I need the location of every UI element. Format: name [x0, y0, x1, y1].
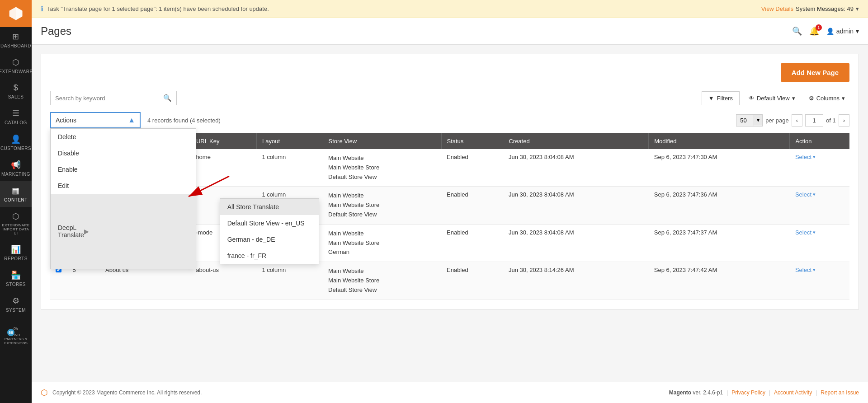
select-caret-icon: ▾ [813, 192, 816, 197]
notification-badge: 1 [816, 24, 822, 31]
submenu-default-store[interactable]: Default Store View - en_US [220, 215, 319, 231]
select-link[interactable]: Select [795, 229, 811, 236]
content-inner: Add New Page 🔍 ▼ Filters 👁 [41, 54, 859, 309]
records-count: 4 records found (4 selected) [147, 117, 221, 124]
default-view-label: Default View [757, 95, 790, 102]
add-new-page-button[interactable]: Add New Page [781, 63, 849, 82]
filters-label: Filters [717, 95, 733, 102]
prev-page-button[interactable]: ‹ [792, 114, 802, 127]
sidebar-item-extendware[interactable]: ⬡ EXTENDWARE [0, 53, 32, 79]
privacy-policy-link[interactable]: Privacy Policy [731, 389, 765, 396]
search-icon[interactable]: 🔍 [792, 26, 802, 36]
sidebar-item-customers[interactable]: 👤 CUSTOMERS [0, 130, 32, 155]
select-link[interactable]: Select [795, 267, 811, 273]
default-view-button[interactable]: 👁 Default View ▾ [744, 92, 800, 105]
view-details-link[interactable]: View Details [761, 5, 793, 12]
system-messages-link[interactable]: System Messages: 49 [796, 5, 854, 12]
row-action-select[interactable]: Select ▾ [795, 191, 816, 198]
sidebar-item-content[interactable]: ▦ CONTENT [0, 181, 32, 207]
footer-version: Magento ver. 2.4.6-p1 [669, 389, 723, 396]
all-store-label: All Store Translate [227, 203, 279, 211]
submenu-all-store[interactable]: All Store Translate [220, 199, 319, 215]
select-caret-icon: ▾ [813, 267, 816, 273]
actions-disable[interactable]: Disable [51, 145, 196, 161]
row-modified-cell: Sep 6, 2023 7:47:37 AM [649, 224, 790, 262]
sidebar-item-dashboard[interactable]: ⊞ DASHBOARD [0, 27, 32, 53]
page-of-label: of 1 [826, 117, 836, 124]
catalog-icon: ☰ [12, 108, 20, 118]
content-area: Add New Page 🔍 ▼ Filters 👁 [32, 45, 868, 382]
report-issue-link[interactable]: Report an Issue [821, 389, 859, 396]
filters-button[interactable]: ▼ Filters [702, 91, 740, 105]
notification-right: View Details System Messages: 49 ▾ [761, 5, 859, 12]
footer-left: ⬡ Copyright © 2023 Magento Commerce Inc.… [41, 388, 202, 398]
admin-user-menu[interactable]: 👤 admin ▾ [826, 28, 859, 35]
sidebar-item-label: EXTENDWARE IMPORT DATA UI [2, 223, 29, 235]
view-dropdown-icon: ▾ [792, 95, 795, 102]
sidebar-item-label: EXTENDWARE [0, 69, 32, 74]
sidebar-item-label: MARKETING [1, 172, 30, 177]
eye-icon: 👁 [749, 95, 755, 102]
actions-delete[interactable]: Delete [51, 129, 196, 145]
sidebar-item-label: CONTENT [4, 197, 28, 202]
row-action-select[interactable]: Select ▾ [795, 229, 816, 236]
actions-deepl[interactable]: DeepL Translate ▶ [51, 194, 196, 269]
col-created: Created [503, 133, 649, 149]
sidebar-item-system[interactable]: ⚙ SYSTEM [0, 291, 32, 317]
row-action-select[interactable]: Select ▾ [795, 267, 816, 273]
select-link[interactable]: Select [795, 154, 811, 160]
sidebar-logo[interactable] [0, 0, 32, 27]
account-activity-link[interactable]: Account Activity [774, 389, 812, 396]
row-layout-cell: 1 column [257, 262, 323, 300]
page-header: Pages 🔍 🔔 1 👤 admin ▾ [32, 18, 868, 45]
sidebar-item-stores[interactable]: 🏪 STORES [0, 266, 32, 291]
notification-left: ℹ Task "Translate page for 1 selected pa… [41, 5, 269, 13]
columns-dropdown-icon: ▾ [842, 95, 845, 102]
row-action-select[interactable]: Select ▾ [795, 154, 816, 160]
row-action-cell: Select ▾ [790, 187, 849, 224]
pagination: 50 20 100 ▾ per page ‹ of 1 › [736, 114, 849, 127]
row-action-cell: Select ▾ [790, 262, 849, 300]
main-content: ℹ Task "Translate page for 1 selected pa… [32, 0, 868, 403]
submenu-arrow-icon: ▶ [84, 228, 89, 235]
row-created-cell: Jun 30, 2023 8:04:08 AM [503, 149, 649, 187]
row-action-cell: Select ▾ [790, 224, 849, 262]
search-submit-icon[interactable]: 🔍 [163, 94, 172, 102]
sidebar-item-reports[interactable]: 📊 REPORTS [0, 240, 32, 266]
submenu-france[interactable]: france - fr_FR [220, 248, 319, 264]
current-page-input[interactable] [805, 114, 823, 127]
per-page-select[interactable]: 50 20 100 ▾ [736, 114, 763, 127]
per-page-arrow-icon[interactable]: ▾ [754, 115, 762, 126]
stores-icon: 🏪 [11, 270, 21, 280]
notification-bell[interactable]: 🔔 1 [809, 26, 819, 36]
extendware-icon: ⬡ [12, 57, 20, 67]
actions-enable[interactable]: Enable [51, 161, 196, 178]
next-page-button[interactable]: › [839, 114, 849, 127]
sidebar-item-label: CUSTOMERS [0, 146, 31, 151]
sidebar-item-marketing[interactable]: 📢 MARKETING [0, 155, 32, 181]
sidebar-item-extendware-import[interactable]: ⬡ EXTENDWARE IMPORT DATA UI [0, 207, 32, 240]
per-page-dropdown[interactable]: 50 20 100 [736, 115, 754, 126]
row-created-cell: Jun 30, 2023 8:14:26 AM [503, 262, 649, 300]
dropdown-arrow-icon[interactable]: ▾ [856, 5, 859, 12]
actions-edit[interactable]: Edit [51, 178, 196, 194]
search-input[interactable] [55, 95, 163, 102]
sidebar-item-label: SALES [8, 94, 24, 99]
row-status-cell: Enabled [441, 187, 503, 224]
sales-icon: $ [14, 83, 19, 93]
col-url-key: URL Key [190, 133, 256, 149]
sidebar-item-find-partners[interactable]: 🛍 66 FIND PARTNERS & EXTENSIONS [0, 322, 32, 350]
sidebar: ⊞ DASHBOARD ⬡ EXTENDWARE $ SALES ☰ CATAL… [0, 0, 32, 403]
row-created-cell: Jun 30, 2023 8:04:08 AM [503, 224, 649, 262]
sidebar-item-label: REPORTS [4, 256, 28, 261]
sidebar-item-catalog[interactable]: ☰ CATALOG [0, 104, 32, 130]
columns-button[interactable]: ⚙ Columns ▾ [804, 92, 849, 105]
footer-logo: ⬡ [41, 388, 48, 398]
submenu-german[interactable]: German - de_DE [220, 231, 319, 248]
sidebar-item-sales[interactable]: $ SALES [0, 79, 32, 104]
sidebar-item-label: STORES [6, 282, 26, 287]
select-link[interactable]: Select [795, 191, 811, 198]
dashboard-icon: ⊞ [12, 32, 19, 42]
disable-label: Disable [58, 150, 79, 157]
actions-select[interactable]: Actions ▲ [50, 112, 141, 128]
